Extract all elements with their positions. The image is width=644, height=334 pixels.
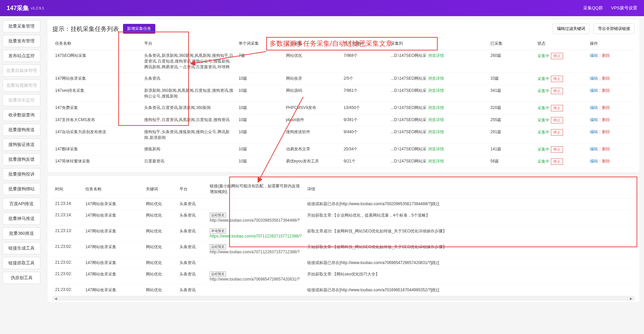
- detail-link[interactable]: 浏览详情: [428, 129, 444, 134]
- log-url[interactable]: http://www.toutiao.com/a7002098535617364…: [210, 218, 300, 223]
- sidebar-item-9[interactable]: 批量搜狗反馈: [3, 153, 40, 165]
- cell-platform: 百度最资讯: [142, 156, 236, 168]
- sidebar-item-17[interactable]: 伪原创工具: [3, 272, 40, 284]
- sidebar-item-0[interactable]: 批量采集管理: [3, 20, 40, 32]
- delete-link[interactable]: 删除: [602, 53, 610, 58]
- vps-settings-link[interactable]: VPS拨号设置: [611, 5, 637, 11]
- cell-task: 147网站收录采集: [83, 269, 143, 285]
- cell-task: 147网站收录采集: [83, 226, 143, 242]
- log-url[interactable]: http://www.toutiao.com/a7071122637157712…: [210, 250, 300, 254]
- export-errors-button[interactable]: 导出全部错误链接: [594, 24, 635, 34]
- edit-link[interactable]: 编辑: [590, 105, 598, 110]
- stop-button[interactable]: 停止: [551, 76, 563, 82]
- cell-status: 采集中停止: [535, 114, 587, 126]
- delete-link[interactable]: 删除: [602, 76, 610, 81]
- cell-collected: 341篇: [488, 85, 535, 102]
- sidebar-item-2[interactable]: 发布站点监控: [3, 50, 40, 62]
- detail-link[interactable]: 浏览详情: [428, 53, 444, 58]
- delete-link[interactable]: 删除: [602, 159, 610, 163]
- detail-link[interactable]: 浏览详情: [428, 88, 444, 93]
- cell-action: 编辑|删除: [587, 156, 635, 168]
- cell-collecting: 动易发布文章: [283, 144, 341, 156]
- cell-name: 147SEO网站采集: [52, 50, 142, 73]
- edit-link[interactable]: 编辑: [590, 147, 598, 151]
- remote-badge[interactable]: 远程预览: [210, 244, 226, 250]
- status-label: 采集中: [537, 76, 550, 81]
- stop-button[interactable]: 停止: [551, 53, 563, 59]
- cell-collectto: ...D:\147SEO网站采 浏览详情: [388, 102, 488, 114]
- th-keyword: 关键词: [143, 180, 177, 198]
- cell-collected: 141篇: [488, 144, 535, 156]
- sidebar-item-15[interactable]: 链接生成工具: [3, 242, 40, 254]
- sidebar-item-8[interactable]: 搜狗验证推送: [3, 139, 40, 151]
- delete-link[interactable]: 删除: [602, 129, 610, 134]
- edit-link[interactable]: 编辑: [590, 88, 598, 93]
- add-task-button[interactable]: 新增采集任务: [123, 24, 155, 34]
- status-label: 采集中: [537, 159, 550, 164]
- sidebar-item-7[interactable]: 批量搜狗推送: [3, 124, 40, 136]
- sidebar-item-6[interactable]: 收录数据查询: [3, 109, 40, 121]
- log-url[interactable]: http://www.toutiao.com/a7069654728657420…: [210, 277, 300, 282]
- stop-button[interactable]: 停止: [551, 129, 563, 136]
- cell-collected: 56篇: [488, 156, 535, 168]
- edit-link[interactable]: 编辑: [590, 129, 598, 134]
- detail-link[interactable]: 浏览详情: [428, 147, 444, 151]
- detail-link[interactable]: 浏览详情: [428, 117, 444, 122]
- cell-detail: 开始获取文章:【企业网站优化，提高网站流量，4个标准，5个策略】: [305, 210, 635, 226]
- scroll-left-icon[interactable]: ◀: [54, 296, 58, 300]
- sidebar-item-16[interactable]: 链接抓取工具: [3, 257, 40, 269]
- cell-detail: 开始获取文章:【网站seo优化技巧大全】: [305, 269, 635, 285]
- cell-keywords: 7/968个: [341, 50, 388, 73]
- local-badge[interactable]: 本地预览: [210, 228, 226, 234]
- qq-group-link[interactable]: 采集QQ群: [583, 5, 603, 11]
- sidebar-item-14[interactable]: 批量360推送: [3, 227, 40, 239]
- cell-detail: 链接或标题已存在[http://www.toutiao.com/a7016965…: [305, 285, 635, 296]
- delete-link[interactable]: 删除: [602, 117, 610, 122]
- detail-link[interactable]: 浏览详情: [428, 159, 444, 163]
- stop-button[interactable]: 停止: [551, 146, 563, 153]
- stop-button[interactable]: 停止: [551, 117, 563, 123]
- log-row: 21:23:02:147网站收录采集网站优化头条资讯链接或标题已存在[http:…: [52, 285, 635, 296]
- cell-keywords: 2/5个: [341, 73, 388, 85]
- cell-keyword: 网站优化: [143, 269, 177, 285]
- stop-button[interactable]: 停止: [551, 105, 563, 111]
- th-collected: 已采集: [488, 37, 535, 50]
- cell-platform: 头条资讯: [177, 257, 207, 269]
- sidebar-item-13[interactable]: 批量神马推送: [3, 213, 40, 225]
- th-detail: 详情: [305, 180, 635, 198]
- scroll-right-icon[interactable]: ▶: [629, 296, 633, 300]
- sidebar-item-1[interactable]: 批量发布管理: [3, 35, 40, 47]
- stop-button[interactable]: 停止: [551, 158, 563, 165]
- cell-action: 编辑|删除: [587, 114, 635, 126]
- edit-link[interactable]: 编辑: [590, 117, 598, 122]
- sidebar-item-12[interactable]: 百度API推送: [3, 198, 40, 210]
- cell-action: 编辑|删除: [587, 85, 635, 102]
- sidebar-item-11[interactable]: 批量搜狗绑站: [3, 183, 40, 195]
- log-url[interactable]: https://www.toutiao.com/a707112263715771…: [210, 234, 302, 238]
- detail-link[interactable]: 浏览详情: [428, 76, 444, 81]
- sidebar-item-3[interactable]: 批量自媒体管理: [3, 65, 40, 77]
- sidebar-item-10[interactable]: 批量搜狗投诉: [3, 168, 40, 180]
- edit-link[interactable]: 编辑: [590, 159, 598, 163]
- cell-name: 147自动采集为原创发布推送: [52, 126, 142, 144]
- filter-keywords-button[interactable]: 编辑过滤关键词: [553, 24, 590, 34]
- cell-keywords: 13/450个: [341, 102, 388, 114]
- remote-badge[interactable]: 远程预览: [210, 213, 226, 218]
- cell-keyword: 网站优化: [143, 226, 177, 242]
- remote-badge[interactable]: 远程预览: [210, 271, 226, 277]
- delete-link[interactable]: 删除: [602, 88, 610, 93]
- cell-time: 21:23:14:: [52, 198, 83, 210]
- delete-link[interactable]: 删除: [602, 105, 610, 110]
- stop-button[interactable]: 停止: [551, 88, 563, 94]
- detail-link[interactable]: 浏览详情: [428, 105, 444, 110]
- delete-link[interactable]: 删除: [602, 147, 610, 151]
- th-platform: 平台: [177, 180, 207, 198]
- cell-collecting: 网站源码: [283, 85, 341, 102]
- sidebar-item-4[interactable]: 批量短视频管理: [3, 79, 40, 91]
- sidebar-item-5[interactable]: 批量排名监控: [3, 94, 40, 106]
- edit-link[interactable]: 编辑: [590, 53, 598, 58]
- cell-action: 编辑|删除: [587, 102, 635, 114]
- horizontal-scrollbar[interactable]: ◀ ▶: [52, 296, 635, 301]
- cell-collecting: 搜狗推送软件: [283, 126, 341, 144]
- edit-link[interactable]: 编辑: [590, 76, 598, 81]
